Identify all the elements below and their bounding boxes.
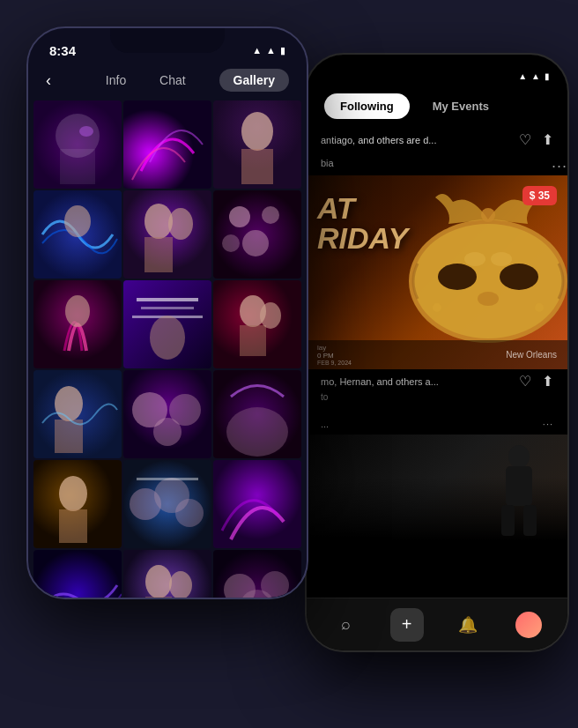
svg-point-64: [433, 303, 441, 312]
poster-text-block: AT RIDAY: [317, 193, 408, 253]
tab-my-events[interactable]: My Events: [417, 93, 505, 119]
avatar-nav-item[interactable]: [511, 607, 546, 643]
svg-rect-23: [141, 307, 194, 309]
poster-bg: AT RIDAY $ 35 lay 0 PM FEB 9, 2024 New O…: [307, 175, 567, 369]
gallery-item[interactable]: [33, 190, 122, 279]
signal-icon: ▲: [531, 71, 540, 81]
svg-point-31: [55, 386, 83, 421]
gallery-item[interactable]: [213, 370, 301, 458]
figure-silhouette: [488, 443, 550, 540]
svg-point-59: [413, 224, 563, 338]
svg-rect-48: [33, 550, 122, 598]
svg-point-45: [175, 499, 204, 527]
svg-rect-4: [123, 100, 211, 189]
gallery-item[interactable]: [33, 370, 122, 458]
bell-nav-item[interactable]: 🔔: [450, 607, 485, 643]
event-time: 0 PM: [317, 352, 352, 360]
nav-tabs: ‹ Info Chat Gallery: [28, 63, 307, 97]
svg-point-60: [438, 264, 477, 290]
share-icon[interactable]: ⬆: [542, 131, 553, 148]
gallery-item[interactable]: [33, 550, 122, 598]
footer-share-icon[interactable]: ⬆: [542, 373, 553, 390]
gallery-item[interactable]: [213, 550, 301, 598]
search-nav-item[interactable]: ⌕: [329, 607, 364, 643]
poster-title-line2: RIDAY: [317, 223, 408, 253]
event-header-text: antiago, and others are d...: [321, 135, 436, 145]
event-card-1: antiago, and others are d... ♡ ⬆ bia ...: [307, 126, 567, 413]
event-footer: mo, Hernan, and others a... ♡ ⬆: [307, 369, 567, 390]
gallery-item[interactable]: [213, 190, 301, 279]
svg-point-67: [491, 252, 512, 266]
svg-rect-46: [137, 478, 198, 480]
svg-rect-51: [145, 597, 172, 598]
event-day: lay: [317, 344, 352, 352]
search-icon[interactable]: ⌕: [341, 615, 351, 634]
svg-point-40: [59, 476, 87, 511]
svg-rect-28: [240, 325, 266, 356]
svg-point-36: [153, 418, 182, 446]
gallery-item[interactable]: [123, 550, 211, 598]
back-status-bar: ▲ ▲ ▮: [307, 55, 567, 86]
gallery-item[interactable]: [123, 370, 211, 458]
add-button[interactable]: +: [390, 608, 424, 642]
svg-point-25: [150, 316, 185, 360]
tab-following[interactable]: Following: [324, 93, 410, 119]
user-avatar[interactable]: [515, 612, 542, 638]
add-nav-item[interactable]: +: [389, 607, 425, 643]
heart-icon[interactable]: ♡: [519, 131, 531, 148]
svg-point-6: [241, 112, 273, 151]
event-card-2: ... ···: [307, 413, 567, 435]
front-phone: 8:34 ▲ ▲ ▮ ‹ Info Chat Gallery: [26, 26, 308, 599]
event-likes-text: mo, Hernan, and others a...: [321, 376, 439, 387]
event2-more-icon[interactable]: ···: [543, 419, 553, 429]
event-footer-icons: ♡ ⬆: [519, 373, 553, 390]
poster-title-line1: AT: [317, 193, 408, 223]
svg-rect-69: [506, 466, 532, 506]
tab-gallery[interactable]: Gallery: [219, 69, 289, 92]
back-phone: ▲ ▲ ▮ Following My Events antiago, and o…: [305, 53, 569, 652]
svg-rect-12: [144, 237, 173, 272]
svg-point-29: [260, 302, 281, 329]
tab-info[interactable]: Info: [106, 73, 126, 87]
gallery-item[interactable]: [33, 100, 122, 189]
more-options-icon[interactable]: ...: [552, 153, 567, 172]
svg-point-68: [508, 445, 530, 468]
svg-point-18: [222, 234, 240, 252]
svg-rect-71: [523, 505, 537, 536]
battery-icon: ▮: [280, 45, 285, 56]
gallery-item[interactable]: [213, 280, 301, 368]
event2-bg: [307, 435, 567, 540]
svg-point-9: [64, 205, 91, 237]
gallery-grid: [28, 97, 307, 598]
event-poster[interactable]: AT RIDAY $ 35 lay 0 PM FEB 9, 2024 New O…: [307, 175, 567, 369]
tab-chat[interactable]: Chat: [159, 73, 186, 87]
gallery-item[interactable]: [33, 460, 122, 548]
gallery-item[interactable]: [123, 460, 211, 548]
gallery-item[interactable]: [123, 190, 211, 279]
svg-rect-47: [213, 460, 301, 548]
battery-icon: ▮: [545, 71, 550, 81]
back-button[interactable]: ‹: [46, 71, 72, 90]
gallery-item[interactable]: [33, 280, 122, 368]
event2-header-text: ...: [321, 419, 329, 429]
event2-poster[interactable]: [307, 435, 567, 540]
event-date-info: lay 0 PM FEB 9, 2024: [317, 344, 352, 366]
back-status-icons: ▲ ▲ ▮: [518, 71, 550, 81]
footer-heart-icon[interactable]: ♡: [519, 373, 531, 390]
svg-point-61: [500, 264, 538, 290]
gallery-item[interactable]: [123, 280, 211, 368]
gallery-item[interactable]: [213, 100, 301, 189]
event-header-icons: ♡ ⬆: [519, 131, 553, 148]
gallery-item[interactable]: [123, 100, 211, 189]
svg-point-62: [481, 208, 495, 222]
gallery-item[interactable]: [213, 460, 301, 548]
svg-rect-41: [59, 509, 87, 543]
bell-icon[interactable]: 🔔: [458, 615, 478, 635]
add-icon[interactable]: +: [402, 614, 412, 635]
wifi-icon: ▲: [252, 45, 262, 56]
svg-point-65: [535, 303, 544, 312]
svg-rect-70: [501, 505, 515, 536]
signal-icon: ▲: [266, 45, 276, 56]
svg-point-13: [168, 208, 193, 240]
status-time: 8:34: [49, 43, 76, 58]
